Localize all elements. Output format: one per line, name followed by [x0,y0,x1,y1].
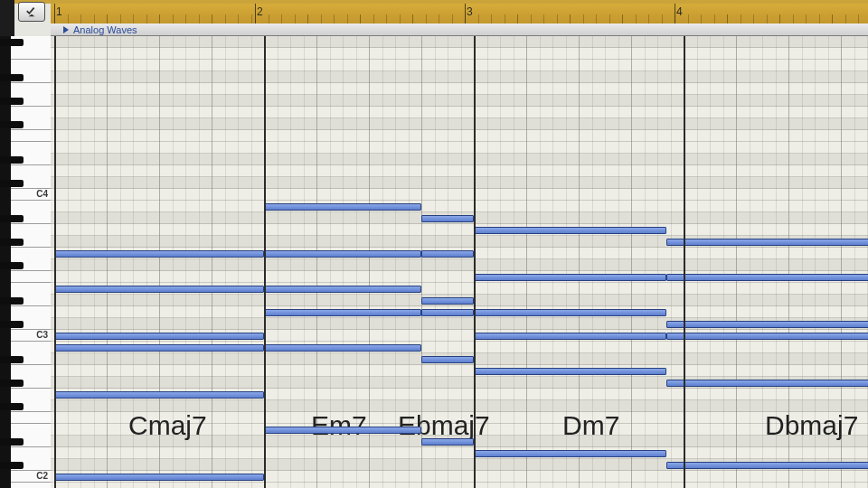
black-key[interactable] [0,403,24,410]
disclosure-triangle-icon [63,26,69,33]
midi-note[interactable] [474,333,666,340]
black-key[interactable] [0,321,24,328]
gridline [107,36,108,488]
black-key[interactable] [0,262,24,269]
gridline [382,36,383,488]
grid-row [51,118,868,130]
octave-label: C4 [36,189,48,199]
gridline [369,36,370,488]
bar-number: 4 [676,5,683,18]
gridline [94,36,95,488]
midi-note[interactable] [421,250,474,258]
midi-note[interactable] [54,250,264,258]
midi-note[interactable] [264,309,421,316]
grid-row [51,130,868,142]
black-key[interactable] [0,356,24,363]
midi-note[interactable] [421,356,474,363]
gridline [278,36,278,488]
midi-note[interactable] [666,239,868,246]
white-key[interactable] [11,48,51,60]
gridline [540,36,541,488]
timeline-ruler[interactable]: 1234 [51,4,868,24]
midi-note[interactable] [264,427,421,434]
chord-label: Dbmaj7 [765,410,858,441]
track-name-label: Analog Waves [73,24,137,35]
grid-row [51,483,868,488]
grid-row [51,365,868,377]
black-key[interactable] [0,239,24,246]
bar-number: 1 [56,5,62,18]
midi-note[interactable] [264,286,421,293]
midi-note[interactable] [666,462,868,469]
gridline [500,36,501,488]
gridline [750,36,750,488]
gridline [526,36,527,488]
midi-note[interactable] [54,286,264,293]
midi-note[interactable] [421,297,474,305]
midi-note[interactable] [54,333,264,340]
gridline [251,36,252,488]
gridline [552,36,553,488]
midi-note[interactable] [666,380,868,387]
corner-dark [0,0,14,36]
bar-number: 2 [257,5,263,18]
gridline [697,36,698,488]
midi-note[interactable] [54,474,264,481]
gridline [80,36,81,488]
midi-note[interactable] [54,391,264,399]
barline [474,36,476,488]
black-key[interactable] [0,74,24,81]
black-key[interactable] [0,380,24,387]
midi-note[interactable] [666,274,868,281]
black-key[interactable] [0,297,24,305]
black-key[interactable] [0,156,24,164]
barline [264,36,266,488]
gridline [120,36,121,488]
grid-row [51,48,868,60]
gridline [762,36,763,488]
barline [684,36,685,488]
black-key[interactable] [0,98,24,105]
piano-keyboard[interactable]: C4C3C2C1 [0,36,52,488]
black-key[interactable] [0,121,24,128]
black-key[interactable] [0,39,24,46]
octave-label: C3 [36,330,48,340]
midi-note[interactable] [666,333,868,340]
midi-note[interactable] [474,450,666,457]
gridline [671,36,672,488]
grid-row [51,177,868,189]
midi-note[interactable] [264,203,421,211]
black-key[interactable] [0,180,24,187]
grid-row [51,95,868,107]
midi-note[interactable] [474,309,666,316]
gridline [514,36,514,488]
gridline [68,36,69,488]
gridline [657,36,658,488]
black-key[interactable] [0,438,24,446]
midi-note[interactable] [474,274,666,281]
track-header[interactable]: Analog Waves [51,23,868,36]
white-key[interactable] [11,271,51,283]
editor-menu-button[interactable] [18,2,45,22]
midi-note[interactable] [264,344,421,352]
gridline [304,36,305,488]
white-key[interactable] [11,130,51,142]
midi-note[interactable] [421,215,474,222]
gridline [736,36,737,488]
white-key[interactable] [11,412,51,424]
grid-row [51,36,868,48]
midi-note[interactable] [54,344,264,352]
piano-roll-grid[interactable]: Cmaj7Em7Ebmaj7Dm7Dbmaj7 [51,36,868,488]
midi-note[interactable] [474,368,666,375]
black-key[interactable] [0,215,24,222]
black-key[interactable] [0,462,24,469]
grid-row [51,60,868,71]
midi-note[interactable] [474,227,666,234]
grid-row [51,83,868,95]
midi-note[interactable] [421,438,474,446]
midi-note[interactable] [666,321,868,328]
midi-note[interactable] [264,250,421,258]
chord-label: Cmaj7 [128,410,207,441]
midi-note[interactable] [421,309,474,316]
gridline [225,36,226,488]
